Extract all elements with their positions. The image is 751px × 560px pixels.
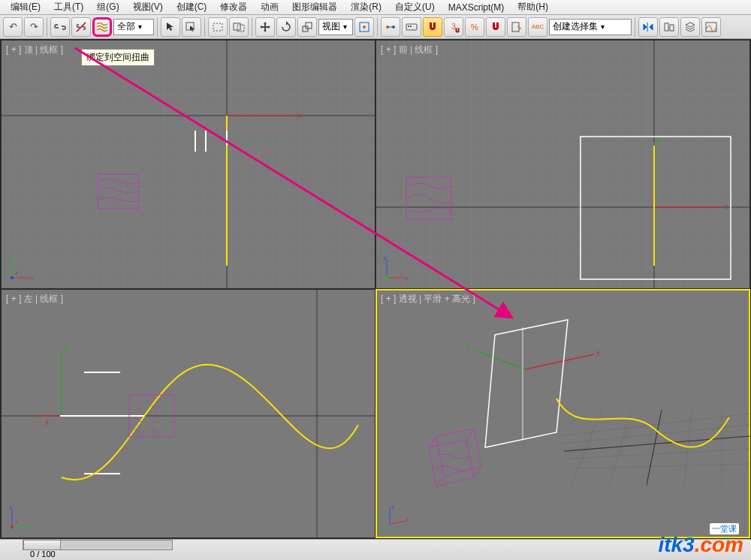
menu-modifiers[interactable]: 修改器 bbox=[214, 0, 253, 15]
undo-button[interactable]: ↶ bbox=[3, 17, 23, 37]
window-crossing-button[interactable] bbox=[229, 17, 249, 37]
layers-icon bbox=[684, 21, 696, 33]
rotate-button[interactable] bbox=[276, 17, 296, 37]
separator bbox=[157, 17, 158, 37]
snap-toggle-button[interactable] bbox=[423, 17, 442, 37]
viewport-left-grid: x y bbox=[2, 290, 375, 537]
select-by-name-button[interactable] bbox=[182, 17, 201, 37]
layers-button[interactable] bbox=[680, 17, 700, 37]
menu-group[interactable]: 组(G) bbox=[91, 0, 125, 15]
percent-snap-button[interactable]: % bbox=[465, 17, 484, 37]
bind-spacewarp-button[interactable] bbox=[92, 17, 112, 37]
coord-system-dropdown[interactable]: 视图 ▾ bbox=[318, 19, 353, 35]
timeline-slider[interactable] bbox=[23, 540, 173, 550]
svg-text:x: x bbox=[15, 519, 18, 525]
svg-text:z: z bbox=[9, 504, 12, 510]
chevron-down-icon: ▾ bbox=[343, 23, 347, 31]
svg-line-79 bbox=[525, 354, 594, 369]
svg-line-72 bbox=[572, 410, 602, 485]
viewports-container: [ + ] 顶 | 线框 ] x x y z bbox=[0, 39, 751, 539]
mirror-button[interactable] bbox=[638, 17, 658, 37]
window-crossing-icon bbox=[233, 21, 245, 33]
svg-text:x: x bbox=[31, 275, 34, 282]
menu-animation[interactable]: 动画 bbox=[255, 0, 285, 15]
mirror-icon bbox=[642, 21, 654, 33]
filter-label: 全部 bbox=[117, 20, 135, 33]
svg-line-87 bbox=[429, 436, 436, 447]
timeline-knob[interactable] bbox=[23, 540, 61, 550]
undo-icon: ↶ bbox=[9, 21, 17, 32]
svg-text:x: x bbox=[45, 418, 49, 426]
svg-text:y: y bbox=[64, 345, 68, 353]
edit-named-selection-button[interactable] bbox=[507, 17, 526, 37]
menu-rendering[interactable]: 渲染(R) bbox=[345, 0, 388, 15]
magnet-icon bbox=[427, 21, 439, 33]
viewport-front[interactable]: [ + ] 前 | 线框 ] x y x z y bbox=[376, 41, 749, 288]
svg-rect-16 bbox=[665, 23, 668, 31]
svg-text:y: y bbox=[31, 524, 34, 531]
curve-editor-button[interactable] bbox=[701, 17, 721, 37]
spinner-snap-button[interactable] bbox=[486, 17, 505, 37]
svg-line-68 bbox=[560, 425, 749, 444]
named-selection-dropdown[interactable]: 创建选择集 ▾ bbox=[549, 19, 632, 35]
viewport-front-label: [ + ] 前 | 线框 ] bbox=[381, 44, 438, 56]
menu-graph-editors[interactable]: 图形编辑器 bbox=[286, 0, 343, 15]
link-icon bbox=[54, 21, 66, 33]
unlink-icon bbox=[75, 21, 87, 33]
tooltip-bind-spacewarp: 绑定到空间扭曲 bbox=[81, 49, 155, 66]
selection-set-label: 创建选择集 bbox=[553, 20, 598, 33]
svg-line-78 bbox=[647, 410, 662, 485]
keyboard-shortcut-button[interactable] bbox=[402, 17, 421, 37]
coord-label: 视图 bbox=[322, 20, 340, 33]
svg-text:x: x bbox=[406, 275, 409, 282]
svg-rect-2 bbox=[213, 23, 222, 31]
svg-marker-85 bbox=[429, 440, 474, 486]
svg-text:x: x bbox=[596, 349, 600, 357]
redo-button[interactable]: ↷ bbox=[24, 17, 44, 37]
unlink-button[interactable] bbox=[71, 17, 91, 37]
menu-customize[interactable]: 自定义(U) bbox=[389, 0, 441, 15]
axis-gizmo-left: y z x bbox=[8, 504, 35, 531]
scale-button[interactable] bbox=[297, 17, 317, 37]
marquee-icon bbox=[212, 21, 224, 33]
selection-filter-dropdown[interactable]: 全部 ▾ bbox=[113, 19, 154, 35]
separator bbox=[47, 17, 47, 37]
viewport-perspective-content: x y bbox=[376, 290, 749, 537]
svg-rect-65 bbox=[11, 525, 14, 528]
svg-text:y: y bbox=[9, 255, 12, 261]
rect-select-button[interactable] bbox=[208, 17, 228, 37]
menu-maxscript[interactable]: MAXScript(M) bbox=[442, 1, 511, 14]
svg-rect-13 bbox=[408, 26, 409, 27]
angle-snap-button[interactable]: 3 bbox=[444, 17, 463, 37]
svg-rect-19 bbox=[2, 41, 375, 288]
status-bar: 0 / 100 bbox=[0, 539, 751, 560]
svg-point-8 bbox=[363, 26, 366, 29]
menu-edit[interactable]: 编辑(E) bbox=[5, 0, 47, 15]
svg-text:x: x bbox=[724, 203, 728, 211]
select-object-button[interactable] bbox=[161, 17, 180, 37]
edit-list-icon bbox=[511, 21, 523, 33]
move-button[interactable] bbox=[255, 17, 275, 37]
named-selection-abc-button[interactable]: ABC bbox=[528, 17, 547, 37]
viewport-left[interactable]: [ + ] 左 | 线框 ] x y y z x bbox=[2, 290, 375, 537]
viewport-perspective[interactable]: [ + ] 透视 | 平滑 + 高光 ] x y bbox=[376, 290, 749, 537]
axis-gizmo-top: x y z bbox=[8, 255, 35, 282]
align-button[interactable] bbox=[659, 17, 679, 37]
separator bbox=[204, 17, 205, 37]
viewport-top-label: [ + ] 顶 | 线框 ] bbox=[6, 44, 63, 56]
manipulate-button[interactable] bbox=[381, 17, 400, 37]
menu-views[interactable]: 视图(V) bbox=[127, 0, 169, 15]
spinner-snap-icon bbox=[490, 21, 502, 33]
select-link-button[interactable] bbox=[50, 17, 70, 37]
svg-rect-6 bbox=[306, 23, 312, 29]
menu-help[interactable]: 帮助(H) bbox=[511, 0, 554, 15]
viewport-top[interactable]: [ + ] 顶 | 线框 ] x x y z bbox=[2, 41, 375, 288]
main-toolbar: ↶ ↷ 全部 ▾ 视图 ▾ bbox=[0, 15, 751, 39]
svg-text:x: x bbox=[406, 516, 409, 522]
menu-tools[interactable]: 工具(T) bbox=[48, 0, 89, 15]
move-icon bbox=[259, 21, 271, 33]
menu-create[interactable]: 创建(C) bbox=[170, 0, 213, 15]
pivot-center-button[interactable] bbox=[354, 17, 374, 37]
svg-rect-14 bbox=[410, 26, 412, 27]
svg-text:y: y bbox=[390, 269, 393, 276]
